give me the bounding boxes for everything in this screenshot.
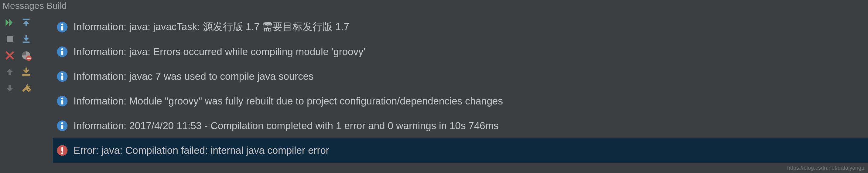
svg-rect-12 bbox=[26, 89, 27, 90]
up-button[interactable] bbox=[2, 65, 17, 79]
info-icon bbox=[57, 95, 68, 107]
expand-all-button[interactable] bbox=[19, 15, 33, 30]
svg-rect-6 bbox=[27, 58, 31, 59]
svg-rect-0 bbox=[23, 19, 30, 20]
stop-button[interactable] bbox=[2, 32, 17, 46]
svg-rect-7 bbox=[22, 74, 30, 76]
svg-rect-10 bbox=[28, 87, 29, 88]
svg-point-9 bbox=[28, 89, 29, 91]
message-text: Information: Module "groovy" was fully r… bbox=[73, 95, 503, 107]
svg-rect-13 bbox=[30, 89, 31, 90]
svg-rect-3 bbox=[26, 35, 27, 38]
info-icon bbox=[57, 120, 68, 131]
stop-icon bbox=[5, 34, 14, 44]
rerun-button[interactable] bbox=[2, 15, 17, 30]
expand-all-icon bbox=[21, 17, 31, 28]
message-row[interactable]: Information: java: javacTask: 源发行版 1.7 需… bbox=[53, 15, 868, 39]
content-area: Information: java: javacTask: 源发行版 1.7 需… bbox=[0, 14, 868, 173]
message-row[interactable]: Information: java: Errors occurred while… bbox=[53, 39, 868, 64]
message-text: Information: java: Errors occurred while… bbox=[73, 46, 365, 57]
svg-point-24 bbox=[61, 97, 63, 99]
watermark: https://blog.csdn.net/dataiyangu bbox=[787, 165, 864, 171]
message-text: Error: java: Compilation failed: interna… bbox=[73, 145, 329, 156]
info-icon bbox=[57, 46, 68, 57]
svg-rect-4 bbox=[23, 42, 30, 43]
close-icon bbox=[5, 51, 14, 60]
svg-rect-1 bbox=[26, 23, 27, 26]
arrow-down-icon bbox=[5, 84, 14, 93]
play-icon bbox=[4, 17, 15, 28]
info-icon bbox=[57, 71, 68, 82]
svg-rect-19 bbox=[61, 51, 63, 55]
info-icon bbox=[57, 21, 68, 33]
collapse-all-icon bbox=[21, 34, 31, 44]
export-icon bbox=[21, 67, 31, 77]
pie-minus-icon bbox=[21, 50, 32, 61]
svg-rect-11 bbox=[28, 91, 29, 92]
messages-list: Information: java: javacTask: 源发行版 1.7 需… bbox=[38, 14, 868, 173]
message-row[interactable]: Information: Module "groovy" was fully r… bbox=[53, 89, 868, 113]
svg-rect-22 bbox=[61, 75, 63, 79]
message-text: Information: java: javacTask: 源发行版 1.7 需… bbox=[73, 20, 349, 34]
down-button[interactable] bbox=[2, 81, 17, 96]
settings-button[interactable] bbox=[19, 81, 33, 96]
collapse-all-button[interactable] bbox=[19, 32, 33, 46]
error-icon bbox=[57, 145, 68, 156]
svg-point-18 bbox=[61, 48, 63, 50]
svg-point-27 bbox=[61, 122, 63, 124]
export-button[interactable] bbox=[19, 65, 33, 79]
hide-warnings-button[interactable] bbox=[19, 48, 33, 63]
svg-rect-25 bbox=[61, 100, 63, 104]
panel-title: Messages Build bbox=[0, 0, 868, 14]
message-row[interactable]: Error: java: Compilation failed: interna… bbox=[53, 138, 868, 163]
svg-rect-16 bbox=[61, 26, 63, 30]
svg-point-21 bbox=[61, 73, 63, 75]
message-row[interactable]: Information: javac 7 was used to compile… bbox=[53, 64, 868, 89]
arrow-up-icon bbox=[5, 67, 14, 76]
wrench-icon bbox=[21, 83, 31, 94]
message-text: Information: 2017/4/20 11:53 - Compilati… bbox=[73, 120, 499, 131]
svg-point-15 bbox=[61, 23, 63, 25]
svg-point-31 bbox=[61, 152, 63, 154]
close-button[interactable] bbox=[2, 48, 17, 63]
toolbar bbox=[0, 14, 38, 173]
svg-rect-30 bbox=[61, 147, 63, 152]
svg-rect-28 bbox=[61, 125, 63, 129]
message-row[interactable]: Information: 2017/4/20 11:53 - Compilati… bbox=[53, 113, 868, 138]
message-text: Information: javac 7 was used to compile… bbox=[73, 71, 314, 82]
svg-rect-2 bbox=[7, 36, 13, 42]
